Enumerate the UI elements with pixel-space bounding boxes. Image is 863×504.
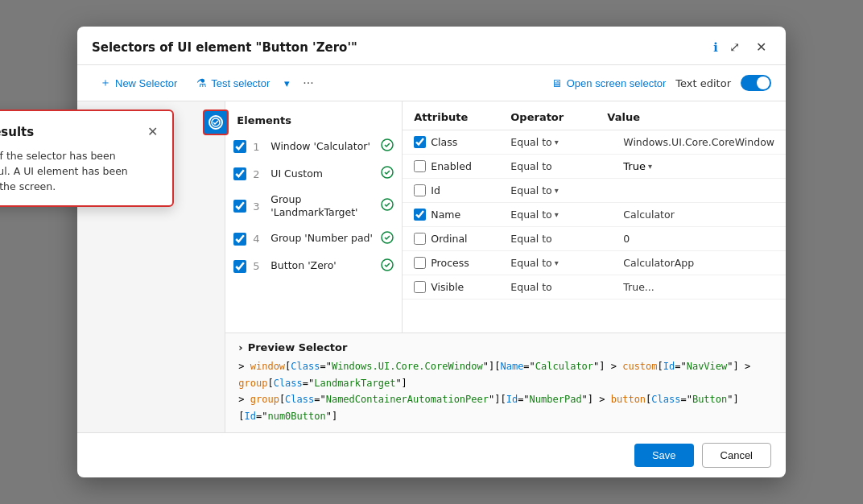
operator-dropdown[interactable]: Equal to ▾ (510, 257, 558, 269)
preview-token: Class (285, 394, 314, 405)
element-checkbox[interactable] (233, 200, 246, 213)
open-screen-selector-button[interactable]: 🖥 Open screen selector (551, 77, 667, 89)
element-checkbox[interactable] (233, 233, 246, 246)
element-checkbox[interactable] (233, 260, 246, 273)
element-name: Group 'LandmarkTarget' (270, 193, 374, 220)
new-selector-button[interactable]: ＋ New Selector (92, 72, 185, 94)
more-options-button[interactable]: ··· (296, 72, 320, 93)
toolbar: ＋ New Selector ⚗ Test selector ▾ ··· 🖥 O… (77, 65, 786, 101)
element-number: 5 (253, 260, 264, 272)
elements-section: Elements 1 Window 'Calculator' 2 UI Cust… (225, 101, 786, 333)
attr-operator: Equal to (510, 233, 623, 245)
cancel-button[interactable]: Cancel (702, 443, 771, 468)
success-icon (381, 166, 394, 182)
attr-value-cell: True... (623, 281, 774, 293)
list-item[interactable]: 5 Button 'Zero' (225, 253, 402, 280)
element-number: 4 (253, 233, 264, 245)
preview-token: =" (523, 361, 535, 372)
preview-token: num0Button (267, 411, 325, 422)
attr-checkbox[interactable] (414, 184, 426, 196)
element-name: Window 'Calculator' (270, 140, 374, 153)
attr-name: Class (414, 136, 510, 148)
attr-operator: Equal to ▾ (510, 209, 623, 221)
preview-token: "] > (593, 361, 622, 372)
preview-token: =" (675, 361, 686, 372)
close-button[interactable]: ✕ (751, 38, 771, 56)
success-icon (381, 258, 394, 275)
preview-token: Button (692, 394, 727, 405)
attr-value-cell: Calculator (623, 209, 774, 221)
text-editor-toggle[interactable] (741, 75, 771, 91)
new-selector-label: New Selector (115, 77, 177, 89)
dialog-title: Selectors of UI element "Button 'Zero'" (92, 40, 707, 55)
operator-dropdown[interactable]: Equal to ▾ (510, 184, 558, 196)
list-item[interactable]: 4 Group 'Number pad' (225, 225, 402, 253)
attr-name: Enabled (414, 160, 510, 172)
test-selector-button[interactable]: ⚗ Test selector (188, 72, 278, 93)
preview-token: [ (238, 411, 244, 422)
table-row: Id Equal to ▾ (403, 179, 786, 203)
attr-name: Ordinal (414, 233, 510, 245)
test-results-header: Test results ✕ (0, 122, 159, 141)
attr-checkbox[interactable] (414, 160, 426, 172)
element-checkbox[interactable] (233, 167, 246, 180)
test-results-popup: Test results ✕ Testing of the selector h… (0, 109, 174, 207)
attr-value-cell: True ▾ (623, 160, 774, 172)
test-success-dot (209, 115, 223, 130)
success-icon (381, 198, 394, 214)
operator-dropdown[interactable]: Equal to ▾ (510, 209, 558, 221)
preview-token: Class (274, 378, 303, 389)
list-item[interactable]: 1 Window 'Calculator' (225, 133, 402, 160)
attr-operator: Equal to ▾ (510, 257, 623, 269)
preview-content: > window[Class="Windows.UI.Core.CoreWind… (238, 358, 773, 391)
right-panel: Elements 1 Window 'Calculator' 2 UI Cust… (225, 101, 786, 432)
preview-token: button (611, 394, 646, 405)
dialog-header: Selectors of UI element "Button 'Zero'" … (77, 27, 786, 65)
save-button[interactable]: Save (634, 444, 694, 467)
attr-checkbox[interactable] (414, 136, 426, 148)
table-row: Enabled Equal to True ▾ (403, 155, 786, 179)
preview-token: =" (518, 394, 529, 405)
preview-header[interactable]: › Preview Selector (238, 341, 773, 353)
table-row: Ordinal Equal to 0 (403, 227, 786, 251)
attr-checkbox[interactable] (414, 233, 426, 245)
preview-section: › Preview Selector > window[Class="Windo… (225, 333, 786, 432)
attr-checkbox[interactable] (414, 257, 426, 269)
close-test-results-button[interactable]: ✕ (146, 122, 159, 141)
preview-token: [ (267, 378, 273, 389)
attr-value: Calculator (623, 209, 674, 221)
preview-token: group (238, 378, 267, 389)
preview-token: "] (727, 394, 738, 405)
attr-value: Windows.UI.Core.CoreWindow (623, 136, 774, 148)
preview-token: NamedContainerAutomationPeer (326, 394, 489, 405)
table-row: Visible Equal to True... (403, 275, 786, 300)
text-editor-label: Text editor (675, 77, 731, 89)
preview-token: Id (245, 411, 256, 422)
minimize-button[interactable]: ⤢ (725, 38, 745, 56)
value-dropdown[interactable]: True ▾ (623, 160, 774, 172)
chevron-down-icon: ▾ (555, 258, 559, 267)
list-item[interactable]: 2 UI Custom (225, 160, 402, 188)
element-checkbox[interactable] (233, 140, 246, 153)
attrs-container: Class Equal to ▾ Windows.UI.Core.CoreWin… (403, 130, 786, 300)
attr-operator: Equal to (510, 281, 623, 293)
table-row: Class Equal to ▾ Windows.UI.Core.CoreWin… (403, 130, 786, 155)
preview-token: NumberPad (530, 394, 582, 405)
chevron-down-icon: ▾ (555, 138, 559, 147)
preview-token: Windows.UI.Core.CoreWindow (332, 361, 483, 372)
info-icon[interactable]: ℹ (713, 40, 718, 55)
attr-checkbox[interactable] (414, 209, 426, 221)
chevron-down-icon: ▾ (555, 210, 559, 219)
chevron-down-icon: ▾ (555, 186, 559, 195)
attr-value: CalculatorApp (623, 257, 694, 269)
operator-dropdown[interactable]: Equal to ▾ (510, 136, 558, 148)
dialog-footer: Save Cancel (77, 432, 786, 477)
preview-token: Id (506, 394, 518, 405)
preview-token: LandmarkTarget (314, 378, 395, 389)
attr-checkbox[interactable] (414, 281, 426, 293)
preview-token: "] (395, 378, 407, 389)
dialog-controls: ⤢ ✕ (725, 38, 771, 56)
success-icon (381, 138, 394, 155)
list-item[interactable]: 3 Group 'LandmarkTarget' (225, 188, 402, 225)
test-selector-dropdown[interactable]: ▾ (281, 73, 293, 93)
